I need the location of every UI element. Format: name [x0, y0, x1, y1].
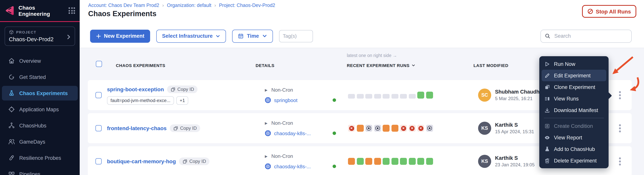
row-checkbox[interactable]	[96, 125, 102, 131]
run-tile-passed[interactable]	[383, 158, 390, 165]
run-tile-failed[interactable]: ✕	[400, 125, 407, 132]
run-tile-stopped[interactable]	[426, 125, 433, 132]
infrastructure-link[interactable]: chaosday-k8s-...	[274, 130, 311, 136]
last-modified-cell: KSKarthik S15 Apr 2024, 15:31	[478, 122, 534, 135]
modified-date: 23 Jan 2024, 19:05	[495, 162, 535, 168]
stop-all-runs-button[interactable]: Stop All Runs	[582, 5, 636, 18]
select-all-checkbox[interactable]	[96, 61, 102, 67]
network-icon	[8, 122, 15, 129]
run-tile-passed[interactable]	[417, 158, 424, 165]
run-tile-orange[interactable]	[348, 158, 355, 165]
time-filter-dropdown[interactable]: Time	[232, 30, 273, 42]
run-tile-passed[interactable]	[417, 92, 424, 98]
project-selector[interactable]: PROJECT Chaos-Dev-Prod2	[4, 26, 75, 46]
row-checkbox[interactable]	[96, 92, 102, 98]
infrastructure-link[interactable]: chaosday-k8s-...	[274, 164, 311, 169]
menu-item-clone-experiment[interactable]: Clone Experiment	[539, 81, 608, 93]
prohibit-icon	[587, 8, 593, 14]
infrastructure-link[interactable]: springboot	[274, 97, 297, 103]
recent-runs-cell: ✕✕✕✕	[348, 125, 433, 132]
sidebar-item-resilience-probes[interactable]: Resilience Probes	[2, 150, 78, 165]
run-tile-passed[interactable]	[426, 158, 433, 165]
sidebar-item-overview[interactable]: Overview	[2, 54, 78, 68]
tag-list: fault=pod-jvm-method-exce...+1	[107, 96, 198, 105]
calendar-icon	[238, 33, 244, 39]
run-tile-empty[interactable]	[408, 94, 416, 98]
row-kebab-menu-button[interactable]	[617, 89, 623, 102]
run-tile-passed[interactable]	[391, 158, 398, 165]
run-tile-passed[interactable]	[426, 92, 433, 98]
sidebar-item-pipelines[interactable]: Pipelines	[2, 167, 78, 175]
row-kebab-menu-button[interactable]	[617, 122, 623, 134]
avatar: SC	[478, 88, 491, 102]
menu-item-view-runs[interactable]: View Runs	[539, 93, 608, 104]
run-tile-failed[interactable]: ✕	[417, 125, 424, 132]
failed-x-icon: ✕	[410, 126, 414, 131]
run-tile-stopped[interactable]	[365, 125, 372, 132]
schedule-row: ▶Non-Cron	[265, 120, 340, 126]
run-tile-orange[interactable]	[374, 158, 381, 165]
run-tile-orange[interactable]	[383, 125, 390, 132]
run-tile-passed[interactable]	[357, 158, 364, 165]
menu-item-delete-experiment[interactable]: Delete Experiment	[539, 155, 608, 166]
recent-runs-cell	[348, 92, 433, 98]
sidebar-item-application-maps[interactable]: Application Maps	[2, 102, 78, 117]
details-cell: ▶Non-Cronspringboot	[265, 87, 340, 103]
copy-id-button[interactable]: Copy ID	[167, 86, 198, 93]
run-tile-empty[interactable]	[383, 94, 390, 98]
search-box	[540, 30, 632, 42]
breadcrumb-link[interactable]: Project: Chaos-Dev-Prod2	[219, 3, 275, 8]
experiment-name-link[interactable]: spring-boot-exception	[107, 86, 164, 92]
run-tile-orange[interactable]	[391, 125, 398, 132]
sidebar-item-get-started[interactable]: Get Started	[2, 70, 78, 84]
run-tile-empty[interactable]	[400, 94, 407, 98]
breadcrumb-link[interactable]: Organization: default	[167, 3, 211, 8]
run-tile-empty[interactable]	[365, 94, 372, 98]
menu-item-run-now[interactable]: Run Now	[539, 58, 608, 70]
play-icon: ▶	[265, 88, 268, 92]
copy-id-button[interactable]: Copy ID	[170, 124, 200, 132]
run-tile-empty[interactable]	[374, 94, 381, 98]
sidebar-item-chaoshubs[interactable]: ChaosHubs	[2, 118, 78, 133]
row-checkbox[interactable]	[96, 158, 102, 164]
run-tile-failed[interactable]: ✕	[408, 125, 416, 132]
page-title: Chaos Experiments	[88, 10, 156, 18]
menu-item-edit-experiment[interactable]: Edit Experiment	[542, 70, 606, 81]
run-tile-failed[interactable]: ✕	[348, 125, 355, 132]
breadcrumb: Account: Chaos Dev Team Prod2›Organizati…	[88, 3, 275, 8]
tags-input[interactable]	[279, 30, 313, 42]
modified-date: 15 Apr 2024, 15:31	[495, 129, 534, 134]
avatar: KS	[478, 155, 491, 168]
search-input[interactable]	[554, 33, 628, 39]
menu-item-add-to-chaoshub[interactable]: Add to ChaosHub	[539, 143, 608, 155]
stopped-icon	[427, 126, 432, 130]
run-tile-empty[interactable]	[391, 94, 398, 98]
experiment-name-link[interactable]: boutique-cart-memory-hog	[107, 158, 176, 164]
menu-item-label: Edit Experiment	[554, 72, 591, 78]
sidebar-item-label: Get Started	[19, 74, 46, 80]
run-tile-empty[interactable]	[348, 94, 355, 98]
copy-id-button[interactable]: Copy ID	[179, 158, 210, 165]
run-tile-orange[interactable]	[357, 125, 364, 132]
select-infrastructure-dropdown[interactable]: Select Infrastructure	[156, 30, 226, 42]
failed-x-icon: ✕	[418, 126, 423, 131]
menu-item-view-report[interactable]: View Report	[539, 132, 608, 143]
run-tile-passed[interactable]	[408, 158, 416, 165]
new-experiment-button[interactable]: New Experiment	[90, 30, 150, 42]
run-tile-empty[interactable]	[357, 94, 364, 98]
sidebar-item-chaos-experiments[interactable]: Chaos Experiments	[2, 86, 78, 100]
module-grid-icon[interactable]	[68, 7, 75, 14]
menu-item-download-manifest[interactable]: Download Manifest	[539, 104, 608, 116]
breadcrumb-link[interactable]: Account: Chaos Dev Team Prod2	[88, 3, 159, 8]
run-tile-stopped[interactable]	[374, 125, 381, 132]
chevron-down-icon	[216, 34, 220, 38]
recent-runs-cell	[348, 158, 433, 165]
menu-item-create-condition: Create Condition	[539, 120, 608, 132]
row-kebab-menu-button[interactable]	[617, 155, 623, 168]
experiment-name-link[interactable]: frontend-latency-chaos	[107, 125, 167, 131]
run-tile-passed[interactable]	[400, 158, 407, 165]
sidebar-item-gamedays[interactable]: GameDays	[2, 134, 78, 149]
column-header-recent-runs[interactable]: RECENT EXPERIMENT RUNS	[347, 63, 415, 68]
run-tile-orange[interactable]	[365, 158, 372, 165]
cube-icon	[9, 30, 14, 35]
